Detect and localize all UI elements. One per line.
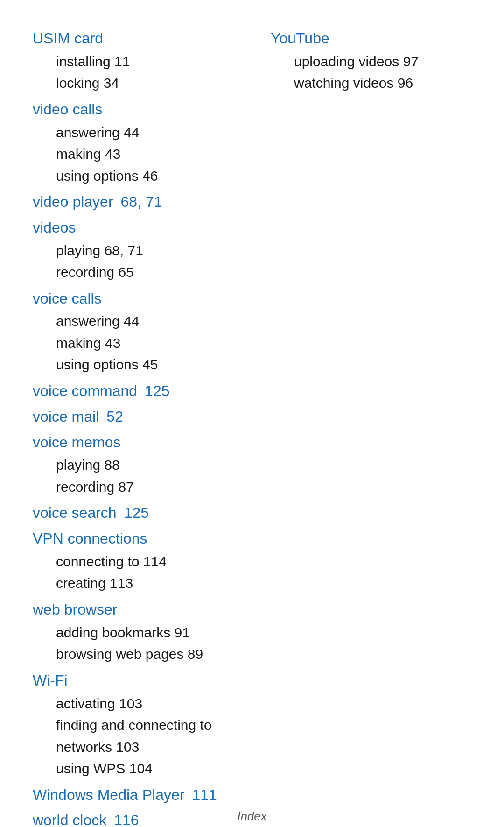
sub-entries-usim-card: installing 11locking 34 [56,51,233,94]
heading-page-voice-search: 125 [124,504,149,522]
entry-heading-video-calls: video calls [33,99,233,120]
index-entry-voice-search: voice search125 [33,502,233,523]
index-entry-video-player: video player68, 71 [33,191,233,212]
heading-page-windows-media-player: 111 [192,786,217,804]
index-entry-voice-calls: voice callsanswering 44making 43using op… [33,288,233,376]
index-entry-youtube: YouTubeuploading videos 97watching video… [271,28,471,94]
sub-entries-video-calls: answering 44making 43using options 46 [56,122,233,187]
heading-page-video-player: 68, 71 [121,193,162,211]
heading-text-voice-mail: voice mail [33,406,99,427]
sub-entries-web-browser: adding bookmarks 91browsing web pages 89 [56,622,233,665]
entry-heading-usim-card: USIM card [33,28,233,49]
entry-heading-voice-mail: voice mail52 [33,406,233,427]
sub-entries-vpn-connections: connecting to 114creating 113 [56,551,233,594]
sub-entry-video-calls-1: making 43 [56,143,233,165]
entry-heading-video-player: video player68, 71 [33,191,233,212]
sub-entries-youtube: uploading videos 97watching videos 96 [294,51,471,94]
entry-heading-voice-search: voice search125 [33,502,233,523]
sub-entry-wi-fi-0: activating 103 [56,693,233,715]
page-footer: Index 165 [0,809,504,827]
sub-entry-vpn-connections-1: creating 113 [56,573,233,594]
index-entry-web-browser: web browseradding bookmarks 91browsing w… [33,599,233,665]
heading-page-voice-mail: 52 [106,408,123,425]
right-column: YouTubeuploading videos 97watching video… [252,28,471,827]
entry-heading-voice-memos: voice memos [33,432,233,453]
heading-text-voice-memos: voice memos [33,434,121,451]
footer-label: Index [0,809,504,824]
sub-entry-videos-1: recording 65 [56,262,233,283]
sub-entry-wi-fi-1: finding and connecting to networks 103 [56,714,233,758]
heading-text-voice-calls: voice calls [33,290,102,307]
heading-text-youtube: YouTube [271,30,329,47]
heading-text-videos: videos [33,219,76,236]
sub-entry-voice-calls-1: making 43 [56,332,233,354]
sub-entry-youtube-1: watching videos 96 [294,72,471,94]
index-entry-windows-media-player: Windows Media Player111 [33,785,233,806]
heading-text-video-calls: video calls [33,101,102,118]
entry-heading-voice-calls: voice calls [33,288,233,309]
index-entry-voice-command: voice command125 [33,381,233,402]
heading-text-video-player: video player [33,191,113,212]
entry-heading-videos: videos [33,217,233,238]
sub-entry-voice-calls-0: answering 44 [56,311,233,332]
sub-entry-voice-memos-0: playing 88 [56,454,233,476]
sub-entry-voice-memos-1: recording 87 [56,476,233,498]
heading-text-voice-search: voice search [33,502,117,523]
sub-entries-videos: playing 68, 71recording 65 [56,240,233,283]
entry-heading-vpn-connections: VPN connections [33,528,233,549]
index-entry-video-calls: video callsanswering 44making 43using op… [33,99,233,187]
heading-text-windows-media-player: Windows Media Player [33,785,184,806]
left-column: USIM cardinstalling 11locking 34video ca… [33,28,252,827]
sub-entry-vpn-connections-0: connecting to 114 [56,551,233,573]
heading-text-usim-card: USIM card [33,30,103,47]
sub-entry-youtube-0: uploading videos 97 [294,51,471,73]
index-entry-wi-fi: Wi-Fiactivating 103finding and connectin… [33,670,233,780]
sub-entry-video-calls-2: using options 46 [56,165,233,187]
sub-entries-voice-calls: answering 44making 43using options 45 [56,311,233,376]
entry-heading-wi-fi: Wi-Fi [33,670,233,691]
sub-entries-voice-memos: playing 88recording 87 [56,454,233,498]
heading-text-web-browser: web browser [33,601,117,618]
heading-page-voice-command: 125 [145,382,169,400]
entry-heading-web-browser: web browser [33,599,233,620]
entry-heading-voice-command: voice command125 [33,381,233,402]
sub-entries-wi-fi: activating 103finding and connecting to … [56,693,233,780]
index-entry-voice-mail: voice mail52 [33,406,233,427]
sub-entry-usim-card-0: installing 11 [56,51,233,73]
heading-text-vpn-connections: VPN connections [33,530,147,547]
sub-entry-video-calls-0: answering 44 [56,122,233,144]
sub-entry-web-browser-0: adding bookmarks 91 [56,622,233,644]
index-entry-voice-memos: voice memosplaying 88recording 87 [33,432,233,498]
sub-entry-videos-0: playing 68, 71 [56,240,233,262]
heading-text-voice-command: voice command [33,381,137,402]
index-content: USIM cardinstalling 11locking 34video ca… [33,28,471,827]
heading-text-wi-fi: Wi-Fi [33,672,68,689]
entry-heading-youtube: YouTube [271,28,471,49]
sub-entry-usim-card-1: locking 34 [56,72,233,94]
index-entry-videos: videosplaying 68, 71recording 65 [33,217,233,283]
index-entry-vpn-connections: VPN connectionsconnecting to 114creating… [33,528,233,594]
entry-heading-windows-media-player: Windows Media Player111 [33,785,233,806]
index-entry-usim-card: USIM cardinstalling 11locking 34 [33,28,233,94]
sub-entry-web-browser-1: browsing web pages 89 [56,643,233,665]
sub-entry-voice-calls-2: using options 45 [56,354,233,376]
sub-entry-wi-fi-2: using WPS 104 [56,758,233,780]
